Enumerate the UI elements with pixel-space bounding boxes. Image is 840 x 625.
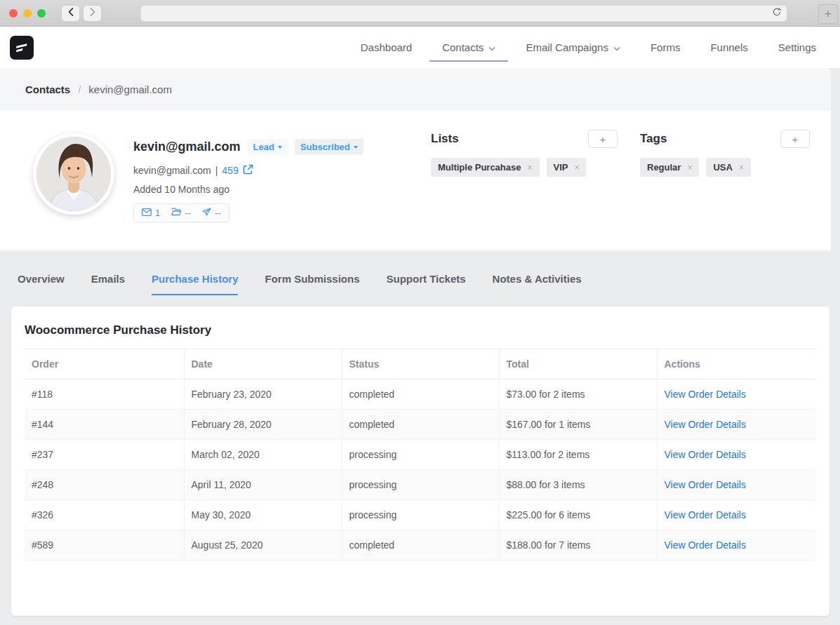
contact-stats: 1 -- -- xyxy=(133,203,229,222)
breadcrumb-separator: / xyxy=(78,83,81,95)
view-order-details-link[interactable]: View Order Details xyxy=(665,419,746,430)
add-tag-button[interactable]: + xyxy=(780,130,810,148)
view-order-details-link[interactable]: View Order Details xyxy=(665,479,746,490)
logo-glyph xyxy=(15,41,29,54)
fluentcrm-logo[interactable] xyxy=(10,36,34,60)
nav-label: Email Campaigns xyxy=(526,41,608,53)
tab-overview[interactable]: Overview xyxy=(18,273,65,285)
remove-tag-icon[interactable]: × xyxy=(739,163,744,173)
external-link-icon[interactable] xyxy=(243,164,253,177)
plus-icon: + xyxy=(600,133,606,145)
added-date-text: Added 10 Months ago xyxy=(133,184,364,195)
avatar xyxy=(33,133,114,215)
table-row: #326 May 30, 2020 processing $225.00 for… xyxy=(25,500,816,530)
emails-count-link[interactable]: 459 xyxy=(222,165,238,176)
close-window-button[interactable] xyxy=(9,9,18,18)
tags-section: Tags + Regular × USA × xyxy=(640,130,810,177)
caret-down-icon xyxy=(354,146,358,149)
date-cell: May 30, 2020 xyxy=(184,500,342,530)
table-row: #118 February 23, 2020 completed $73.00 … xyxy=(25,379,816,410)
status-cell: completed xyxy=(342,410,499,440)
lists-section: Lists + Multiple Purcahase × VIP × xyxy=(431,130,618,177)
emails-stat: 1 xyxy=(142,208,160,218)
actions-cell: View Order Details xyxy=(657,470,816,500)
order-cell: #144 xyxy=(25,410,184,440)
view-order-details-link[interactable]: View Order Details xyxy=(665,539,746,551)
plus-icon: + xyxy=(792,133,799,145)
stat-value: -- xyxy=(185,208,191,218)
subscription-dropdown[interactable]: Subscribed xyxy=(295,139,364,155)
folder-icon xyxy=(171,208,181,218)
tab-notes-activities[interactable]: Notes & Activities xyxy=(493,273,582,285)
app-header: Dashboard Contacts Email Campaigns Forms… xyxy=(0,27,840,68)
new-tab-button[interactable]: + xyxy=(818,4,838,24)
main-navigation: Dashboard Contacts Email Campaigns Forms… xyxy=(331,27,840,68)
table-header-row: Order Date Status Total Actions xyxy=(25,349,816,379)
zoom-window-button[interactable] xyxy=(37,9,46,18)
reload-icon[interactable] xyxy=(772,7,782,20)
nav-label: Contacts xyxy=(442,41,484,53)
url-input[interactable] xyxy=(140,5,787,22)
total-cell: $188.00 for 7 items xyxy=(499,530,657,560)
actions-cell: View Order Details xyxy=(657,440,816,470)
nav-item-email-campaigns[interactable]: Email Campaigns xyxy=(526,27,620,68)
date-cell: February 23, 2020 xyxy=(184,379,342,410)
view-order-details-link[interactable]: View Order Details xyxy=(665,509,746,520)
order-cell: #237 xyxy=(25,440,184,470)
tags-title: Tags xyxy=(640,132,667,146)
nav-item-settings[interactable]: Settings xyxy=(778,27,816,68)
status-cell: processing xyxy=(342,440,499,470)
table-row: #237 March 02, 2020 processing $113.00 f… xyxy=(25,440,816,470)
remove-list-icon[interactable]: × xyxy=(574,163,579,173)
nav-item-forms[interactable]: Forms xyxy=(651,27,681,68)
tab-purchase-history[interactable]: Purchase History xyxy=(152,273,238,285)
status-cell: processing xyxy=(342,500,499,530)
tab-emails[interactable]: Emails xyxy=(91,273,125,285)
order-cell: #589 xyxy=(25,530,184,560)
breadcrumb-contacts-link[interactable]: Contacts xyxy=(25,83,70,95)
breadcrumb: Contacts / kevin@gmail.com xyxy=(0,68,831,111)
total-cell: $88.00 for 3 items xyxy=(499,470,657,500)
contact-tabs: Overview Emails Purchase History Form Su… xyxy=(0,250,831,307)
date-cell: March 02, 2020 xyxy=(184,440,342,470)
order-cell: #326 xyxy=(25,500,184,530)
add-list-button[interactable]: + xyxy=(588,130,618,148)
contact-email: kevin@gmail.com xyxy=(133,165,211,176)
forward-button[interactable] xyxy=(83,5,102,22)
back-button[interactable] xyxy=(61,5,80,22)
total-cell: $167.00 for 1 items xyxy=(499,410,657,440)
envelope-icon xyxy=(142,208,152,218)
column-header-status: Status xyxy=(342,349,499,379)
stat-value: -- xyxy=(215,208,221,218)
contact-info: kevin@gmail.com Lead Subscribed kevin@gm… xyxy=(133,139,364,222)
nav-label: Funnels xyxy=(710,41,747,53)
chevron-right-icon xyxy=(88,7,97,20)
send-icon xyxy=(202,208,211,218)
remove-tag-icon[interactable]: × xyxy=(687,163,692,173)
tab-support-tickets[interactable]: Support Tickets xyxy=(387,273,466,285)
view-order-details-link[interactable]: View Order Details xyxy=(665,449,746,460)
order-cell: #118 xyxy=(25,379,184,410)
nav-item-funnels[interactable]: Funnels xyxy=(710,27,747,68)
nav-item-contacts[interactable]: Contacts xyxy=(442,27,495,68)
view-order-details-link[interactable]: View Order Details xyxy=(665,389,746,400)
nav-item-dashboard[interactable]: Dashboard xyxy=(361,27,412,68)
minimize-window-button[interactable] xyxy=(23,9,32,18)
order-cell: #248 xyxy=(25,470,184,500)
subscription-badge: Subscribed xyxy=(300,142,350,152)
tab-form-submissions[interactable]: Form Submissions xyxy=(265,273,359,285)
contact-name: kevin@gmail.com xyxy=(133,140,241,154)
pipe-separator: | xyxy=(215,165,218,176)
nav-label: Dashboard xyxy=(361,41,412,53)
chevron-down-icon xyxy=(613,41,620,53)
status-badge: Lead xyxy=(253,142,274,152)
status-dropdown[interactable]: Lead xyxy=(248,139,288,155)
sent-stat: -- xyxy=(202,208,221,218)
date-cell: February 28, 2020 xyxy=(184,410,342,440)
nav-label: Forms xyxy=(651,41,681,53)
total-cell: $113.00 for 2 items xyxy=(499,440,657,470)
remove-list-icon[interactable]: × xyxy=(527,163,532,173)
contact-profile-section: kevin@gmail.com Lead Subscribed kevin@gm… xyxy=(0,111,831,250)
status-cell: completed xyxy=(342,530,499,560)
actions-cell: View Order Details xyxy=(657,410,816,440)
